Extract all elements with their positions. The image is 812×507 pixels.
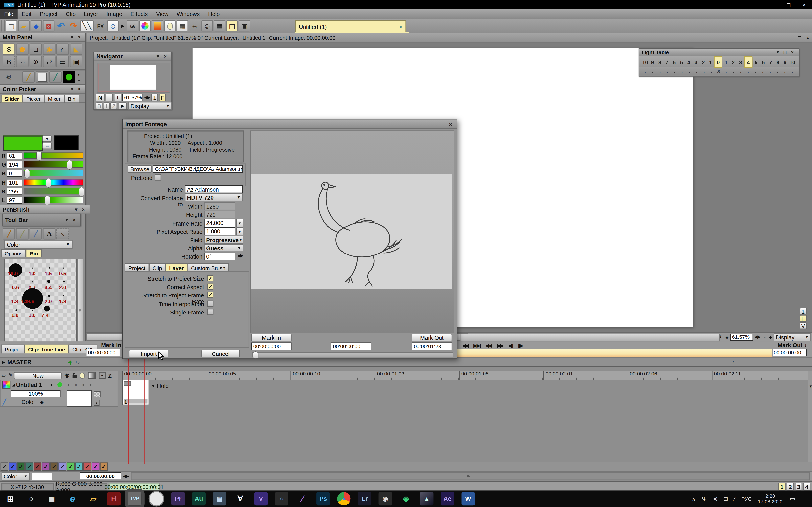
toolbar-panel-close-icon[interactable]: ×: [70, 217, 78, 222]
lightbulb-column-icon[interactable]: [80, 372, 85, 379]
transport-button[interactable]: ▶▶: [495, 343, 506, 348]
taskbar-icon[interactable]: TVP: [128, 492, 141, 505]
dialog-tab[interactable]: Clip: [149, 264, 166, 272]
navigator-close-icon[interactable]: ×: [162, 54, 169, 59]
light-table-dot[interactable]: .: [693, 67, 700, 76]
timeline-tab[interactable]: Project: [1, 345, 24, 353]
current-color-swatch[interactable]: [63, 71, 75, 82]
slider-track-b[interactable]: [24, 170, 83, 176]
main-panel-collapse-icon[interactable]: ▼: [68, 35, 76, 40]
lightbulb-icon[interactable]: [164, 20, 175, 32]
light-table-dot[interactable]: .: [678, 67, 686, 76]
navigator-b-button[interactable]: B: [96, 102, 102, 109]
light-table-frame-button[interactable]: 6: [671, 57, 678, 67]
fill-tool[interactable]: ◣: [70, 43, 83, 55]
master-expand-icon[interactable]: ▶: [2, 360, 5, 364]
layer-pencil-icon[interactable]: ╱: [3, 399, 6, 405]
timeline-tab[interactable]: Clip: Time Line: [24, 345, 68, 353]
light-table-frame-button[interactable]: 8: [774, 57, 781, 67]
par-field[interactable]: 1.000: [204, 227, 235, 235]
light-table-frame-button[interactable]: 10: [789, 57, 796, 67]
light-table-dot[interactable]: .: [774, 67, 781, 76]
tray-chevron-icon[interactable]: ∧: [692, 496, 696, 502]
taskbar-icon[interactable]: Ps: [316, 492, 330, 505]
menu-item[interactable]: Windows: [172, 9, 204, 19]
slider-track-g[interactable]: [24, 161, 83, 168]
light-table-dot[interactable]: .: [700, 67, 708, 76]
color-filter-checkbox[interactable]: ✓: [92, 462, 99, 471]
freehand-tool[interactable]: S: [3, 43, 15, 55]
navigator-view2-button[interactable]: 2: [110, 102, 117, 109]
layer-dot2-icon[interactable]: ●: [94, 400, 100, 406]
menu-item[interactable]: Layer: [80, 9, 102, 19]
color-picker-tab[interactable]: Mixer: [44, 95, 64, 102]
slider-value-r[interactable]: 61: [7, 152, 22, 159]
layer-expand-icon[interactable]: ◢: [12, 382, 15, 387]
brush-dot[interactable]: [47, 280, 50, 283]
paper-texture-button[interactable]: [36, 71, 48, 82]
light-table-frame-button[interactable]: 9: [649, 57, 656, 67]
taskbar-icon[interactable]: e: [66, 492, 79, 505]
edge-button-v[interactable]: V: [800, 322, 807, 329]
brush-dot[interactable]: [63, 281, 65, 282]
dialog-tab[interactable]: Project: [125, 264, 149, 272]
rotation-spinner-icon[interactable]: ◀▶: [237, 253, 244, 258]
color-picker-collapse-icon[interactable]: ▼: [68, 87, 76, 92]
curve-tool[interactable]: ∩: [56, 43, 69, 55]
text-tool[interactable]: A: [43, 228, 55, 239]
color-filter-checkbox[interactable]: ✓: [42, 462, 50, 471]
lock-icon[interactable]: [72, 375, 77, 378]
brush-dot[interactable]: [15, 309, 17, 311]
monitor-icon[interactable]: ▣: [239, 20, 250, 32]
light-table-dot[interactable]: .: [686, 67, 693, 76]
slider-track-l[interactable]: [24, 196, 83, 204]
edge-button-f[interactable]: F: [800, 315, 807, 322]
navigator-fit-button[interactable]: F: [159, 94, 166, 101]
color-picker-close-icon[interactable]: ×: [75, 87, 83, 92]
layer-blend-mode[interactable]: Color: [21, 399, 35, 405]
rectangle-tool[interactable]: □: [30, 43, 42, 55]
framerate-field[interactable]: 24.000: [204, 219, 235, 227]
dialog-mark-out-button[interactable]: Mark Out: [412, 334, 452, 341]
light-table-frame-button[interactable]: 0: [714, 56, 722, 68]
flip-tool[interactable]: ⇄: [43, 56, 55, 67]
dialog-mark-in-button[interactable]: Mark In: [251, 334, 292, 341]
gradient-icon[interactable]: [152, 20, 163, 32]
taskbar-icon[interactable]: Lr: [358, 492, 371, 505]
stretch-size-checkbox[interactable]: [207, 275, 213, 281]
brush-dot[interactable]: [32, 281, 33, 282]
new-layer-button[interactable]: New: [14, 372, 62, 379]
light-table-dot[interactable]: .: [767, 67, 774, 76]
brush-dot[interactable]: [32, 268, 33, 269]
grid-icon[interactable]: ▦: [214, 20, 225, 32]
tray-network-icon[interactable]: ⊡: [723, 495, 728, 502]
transport-button[interactable]: ||▶: [515, 343, 525, 348]
layers-icon[interactable]: ≋: [127, 20, 138, 32]
marker-cross-icon[interactable]: +ₓ: [189, 20, 200, 32]
single-frame-checkbox[interactable]: [207, 309, 213, 315]
navigator-zoom-in[interactable]: +: [114, 94, 121, 101]
color-picker-tab[interactable]: Slider: [1, 95, 22, 102]
current-frame-field[interactable]: 00:00:00:00: [80, 472, 121, 480]
redo-icon[interactable]: ↷: [68, 20, 79, 32]
master-speaker-icon[interactable]: ◀): [67, 360, 70, 365]
color-filter-checkbox[interactable]: ✓: [67, 462, 74, 471]
wet-brush[interactable]: ╱: [30, 228, 42, 239]
workspace-page-button[interactable]: 4: [803, 483, 811, 490]
tray-pen-icon[interactable]: ∕: [734, 496, 735, 502]
menu-item[interactable]: View: [152, 9, 173, 19]
brush-dot[interactable]: [49, 267, 50, 269]
taskbar-icon[interactable]: Ae: [441, 492, 454, 505]
polygon-tool[interactable]: ⬟: [16, 43, 29, 55]
slider-value-b[interactable]: 0: [7, 170, 22, 177]
slider-track-r[interactable]: [24, 152, 83, 159]
light-table-frame-button[interactable]: 10: [642, 57, 649, 67]
navigator-display-dropdown[interactable]: Display▼: [129, 102, 172, 110]
dialog-tc-out[interactable]: 00:00:01:23: [412, 342, 452, 350]
taskbar-icon[interactable]: ▦: [213, 492, 226, 505]
tray-clock[interactable]: 2:28 17.08.2020: [758, 493, 782, 504]
time-interpolation-checkbox[interactable]: [207, 301, 213, 307]
camera-tool[interactable]: ▣: [70, 56, 83, 67]
ellipse-tool[interactable]: ◉: [43, 43, 55, 55]
light-table-frame-button[interactable]: 1: [722, 57, 730, 67]
